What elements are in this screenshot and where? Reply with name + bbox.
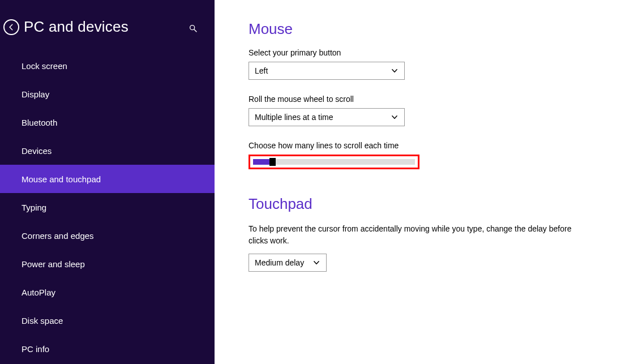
sidebar-item-label: Bluetooth: [22, 118, 57, 127]
sidebar-item-typing[interactable]: Typing: [0, 193, 215, 221]
sidebar-nav: Lock screen Display Bluetooth Devices Mo…: [0, 52, 215, 363]
sidebar-item-devices[interactable]: Devices: [0, 136, 215, 165]
mouse-heading: Mouse: [249, 20, 598, 38]
wheel-scroll-label: Roll the mouse wheel to scroll: [249, 95, 598, 104]
sidebar-item-corners-and-edges[interactable]: Corners and edges: [0, 221, 215, 250]
sidebar-item-label: Display: [22, 89, 49, 99]
svg-line-1: [194, 29, 196, 32]
lines-slider[interactable]: [253, 159, 415, 165]
touchpad-delay-value: Medium delay: [255, 258, 304, 267]
chevron-down-icon: [391, 113, 399, 121]
touchpad-section: Touchpad To help prevent the cursor from…: [249, 195, 598, 272]
primary-button-select[interactable]: Left: [249, 62, 405, 80]
sidebar-item-label: AutoPlay: [22, 288, 55, 297]
sidebar-item-power-and-sleep[interactable]: Power and sleep: [0, 250, 215, 278]
chevron-down-icon: [312, 259, 320, 267]
lines-scroll-label: Choose how many lines to scroll each tim…: [249, 141, 598, 150]
sidebar-item-bluetooth[interactable]: Bluetooth: [0, 108, 215, 136]
sidebar-header: PC and devices: [0, 0, 215, 52]
wheel-scroll-select[interactable]: Multiple lines at a time: [249, 108, 405, 126]
lines-slider-highlight: [249, 155, 419, 169]
page-title: PC and devices: [24, 18, 129, 36]
sidebar: PC and devices Lock screen Display Bluet…: [0, 0, 215, 364]
wheel-scroll-value: Multiple lines at a time: [255, 113, 333, 122]
svg-point-0: [190, 25, 195, 30]
touchpad-help-text: To help prevent the cursor from accident…: [249, 223, 577, 247]
sidebar-item-label: Disk space: [22, 316, 63, 326]
sidebar-item-label: PC info: [22, 344, 49, 354]
search-button[interactable]: [187, 23, 199, 34]
sidebar-item-label: Lock screen: [22, 61, 67, 71]
wheel-scroll-field: Roll the mouse wheel to scroll Multiple …: [249, 95, 598, 126]
sidebar-item-label: Corners and edges: [22, 231, 94, 241]
sidebar-item-lock-screen[interactable]: Lock screen: [0, 52, 215, 80]
back-button[interactable]: [3, 19, 19, 35]
sidebar-item-label: Typing: [22, 203, 46, 212]
primary-button-field: Select your primary button Left: [249, 48, 598, 80]
sidebar-item-display[interactable]: Display: [0, 80, 215, 108]
touchpad-heading: Touchpad: [249, 195, 598, 213]
main-content: Mouse Select your primary button Left Ro…: [215, 0, 621, 364]
sidebar-item-autoplay[interactable]: AutoPlay: [0, 278, 215, 306]
sidebar-item-pc-info[interactable]: PC info: [0, 335, 215, 363]
touchpad-delay-select[interactable]: Medium delay: [249, 254, 327, 272]
sidebar-item-disk-space[interactable]: Disk space: [0, 306, 215, 335]
sidebar-item-label: Devices: [22, 146, 52, 156]
sidebar-item-label: Power and sleep: [22, 259, 85, 269]
search-icon: [189, 24, 198, 33]
arrow-left-icon: [7, 23, 15, 31]
lines-scroll-field: Choose how many lines to scroll each tim…: [249, 141, 598, 169]
sidebar-item-mouse-and-touchpad[interactable]: Mouse and touchpad: [0, 165, 215, 193]
primary-button-value: Left: [255, 66, 268, 75]
chevron-down-icon: [391, 67, 399, 75]
primary-button-label: Select your primary button: [249, 48, 598, 57]
sidebar-item-label: Mouse and touchpad: [22, 174, 101, 184]
lines-slider-thumb[interactable]: [269, 158, 276, 166]
